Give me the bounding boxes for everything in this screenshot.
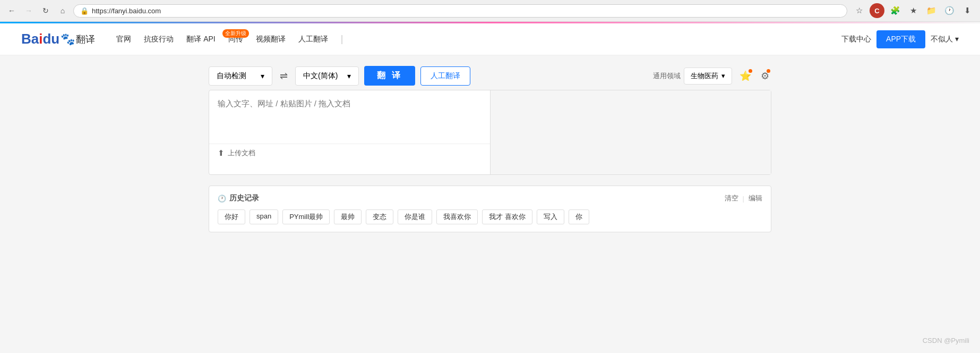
app-download-button[interactable]: APP下载 xyxy=(876,30,925,48)
upload-footer[interactable]: ⬆ 上传文档 xyxy=(209,144,490,162)
nav-official[interactable]: 官网 xyxy=(116,35,131,44)
nav-action[interactable]: 抗疫行动 xyxy=(144,35,174,44)
home-button[interactable]: ⌂ xyxy=(56,4,69,17)
site-header: Baidu 🐾 翻译 官网 抗疫行动 翻译 API 全新升级 同传 视频翻译 人… xyxy=(0,23,980,55)
history-tags: 你好spanPYmill最帅最帅变态你是谁我喜欢你我才 喜欢你写入你 xyxy=(218,209,762,224)
nav-sync-wrapper: 全新升级 同传 xyxy=(228,35,243,44)
address-bar[interactable]: 🔒 xyxy=(73,4,847,18)
browser-toolbar: ← → ↻ ⌂ 🔒 ☆ C 🧩 ★ 📁 🕐 ⬇ xyxy=(0,0,980,21)
profile-button[interactable]: C xyxy=(870,3,884,18)
translation-panels: ⬆ 上传文档 xyxy=(209,90,771,175)
domain-label: 通用领域 xyxy=(653,71,681,81)
translate-button[interactable]: 翻 译 xyxy=(364,66,415,86)
paw-icon: 🐾 xyxy=(61,32,75,46)
history-tag[interactable]: 变态 xyxy=(366,209,393,224)
history-browser-icon[interactable]: 🕐 xyxy=(942,3,957,18)
toolbar-right-icons: ⭐ ⚙ xyxy=(737,68,771,84)
domain-value: 生物医药 xyxy=(691,71,718,81)
history-clock-icon: 🕐 xyxy=(218,195,226,203)
settings-dot xyxy=(767,69,770,73)
not-robot-button[interactable]: 不似人 ▾ xyxy=(931,35,959,44)
upload-icon: ⬆ xyxy=(218,148,225,158)
nav-divider: | xyxy=(341,33,343,45)
domain-select[interactable]: 生物医药 ▾ xyxy=(684,68,732,85)
header-actions: 下载中心 APP下载 不似人 ▾ xyxy=(841,30,959,48)
nav-api[interactable]: 翻译 API xyxy=(186,35,215,44)
history-edit-button[interactable]: 编辑 xyxy=(749,194,762,203)
browser-toolbar-icons: ☆ C 🧩 ★ 📁 🕐 ⬇ xyxy=(852,3,975,18)
logo-du: du xyxy=(42,31,59,47)
history-tag[interactable]: 最帅 xyxy=(334,209,362,224)
download-center-link[interactable]: 下载中心 xyxy=(841,35,871,44)
bookmark-icon-button[interactable]: ⭐ xyxy=(737,68,753,84)
extensions-icon[interactable]: 🧩 xyxy=(888,3,902,18)
favorites-icon[interactable]: ★ xyxy=(906,3,921,18)
history-tag[interactable]: 你好 xyxy=(218,209,245,224)
history-tag[interactable]: 写入 xyxy=(537,209,564,224)
logo-fanyi: 翻译 xyxy=(76,33,95,46)
history-tag[interactable]: PYmill最帅 xyxy=(282,209,330,224)
upload-label: 上传文档 xyxy=(228,148,255,158)
nav-human[interactable]: 人工翻译 xyxy=(298,35,328,44)
source-lang-arrow: ▾ xyxy=(261,72,264,80)
domain-select-wrapper: 通用领域 生物医药 ▾ xyxy=(653,68,732,85)
main-content: 自动检测 ▾ ⇌ 中文(简体) ▾ 翻 译 人工翻译 通用领域 生物医药 ▾ xyxy=(0,55,980,243)
source-panel: ⬆ 上传文档 xyxy=(209,90,491,174)
history-title: 历史记录 xyxy=(229,194,259,203)
target-lang-label: 中文(简体) xyxy=(303,71,338,81)
swap-languages-button[interactable]: ⇌ xyxy=(278,68,290,84)
nav-video[interactable]: 视频翻译 xyxy=(256,35,286,44)
human-translate-button[interactable]: 人工翻译 xyxy=(420,66,470,86)
new-badge: 全新升级 xyxy=(222,29,249,38)
source-textarea[interactable] xyxy=(209,90,490,144)
nav-links: 官网 抗疫行动 翻译 API 全新升级 同传 视频翻译 人工翻译 | xyxy=(116,33,841,45)
reload-button[interactable]: ↻ xyxy=(39,4,52,17)
history-tag[interactable]: 你 xyxy=(569,209,589,224)
target-lang-select[interactable]: 中文(简体) ▾ xyxy=(295,66,359,86)
bookmark-dot xyxy=(749,69,752,73)
history-section: 🕐 历史记录 清空 | 编辑 你好spanPYmill最帅最帅变态你是谁我喜欢你… xyxy=(209,186,771,232)
star-icon[interactable]: ☆ xyxy=(852,3,866,18)
translator-container: 自动检测 ▾ ⇌ 中文(简体) ▾ 翻 译 人工翻译 通用领域 生物医药 ▾ xyxy=(209,66,771,232)
history-tag[interactable]: 我才 喜欢你 xyxy=(482,209,532,224)
lock-icon: 🔒 xyxy=(80,7,89,15)
forward-button[interactable]: → xyxy=(22,4,35,17)
browser-chrome: ← → ↻ ⌂ 🔒 ☆ C 🧩 ★ 📁 🕐 ⬇ xyxy=(0,0,980,22)
history-tag[interactable]: 你是谁 xyxy=(398,209,432,224)
history-actions: 清空 | 编辑 xyxy=(725,194,762,203)
domain-arrow: ▾ xyxy=(721,72,725,80)
history-tag[interactable]: span xyxy=(250,209,278,224)
logo-ba: Ba xyxy=(21,31,39,47)
source-lang-select[interactable]: 自动检测 ▾ xyxy=(209,66,272,86)
back-button[interactable]: ← xyxy=(5,4,18,17)
history-tag[interactable]: 我喜欢你 xyxy=(436,209,478,224)
settings-icon-button[interactable]: ⚙ xyxy=(759,68,771,84)
download-icon[interactable]: ⬇ xyxy=(960,3,975,18)
history-action-divider: | xyxy=(743,195,744,203)
collections-icon[interactable]: 📁 xyxy=(924,3,939,18)
logo-text: Baidu xyxy=(21,31,59,47)
source-lang-label: 自动检测 xyxy=(217,71,246,81)
history-header: 🕐 历史记录 清空 | 编辑 xyxy=(218,194,762,203)
target-lang-arrow: ▾ xyxy=(347,72,351,80)
history-clear-button[interactable]: 清空 xyxy=(725,194,738,203)
logo: Baidu 🐾 翻译 xyxy=(21,31,95,47)
translator-toolbar: 自动检测 ▾ ⇌ 中文(简体) ▾ 翻 译 人工翻译 通用领域 生物医药 ▾ xyxy=(209,66,771,86)
url-input[interactable] xyxy=(92,7,840,15)
target-panel xyxy=(491,90,771,174)
